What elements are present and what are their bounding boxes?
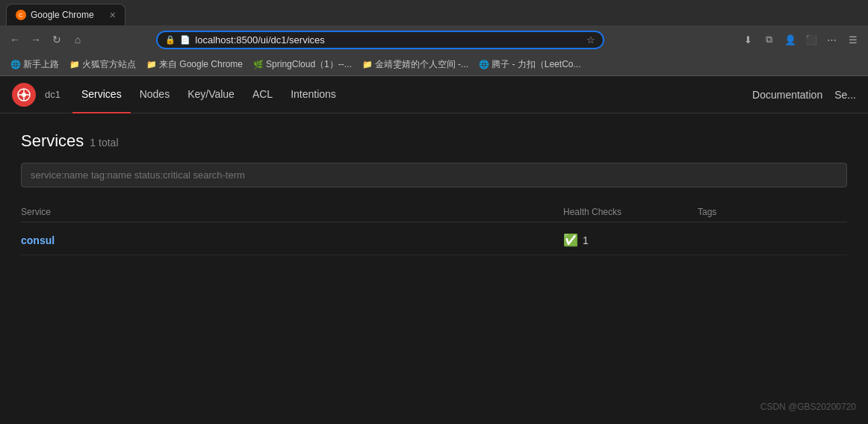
consul-logo-icon	[17, 88, 31, 102]
table-header: Service Health Checks Tags	[21, 202, 847, 222]
search-input[interactable]	[21, 163, 847, 187]
bookmark-icon: 🌐	[479, 60, 489, 69]
nav-buttons: ← → ↻ ⌂	[6, 31, 87, 49]
svg-point-1	[22, 93, 26, 97]
cast-button[interactable]: ⬛	[802, 31, 820, 49]
tab-close-button[interactable]: ×	[110, 9, 116, 21]
forward-button[interactable]: →	[27, 31, 45, 49]
nav-link-acl[interactable]: ACL	[244, 76, 282, 113]
table-row[interactable]: consul ✅ 1	[21, 225, 847, 255]
header-service: Service	[21, 207, 563, 217]
nav-link-intentions[interactable]: Intentions	[282, 76, 345, 113]
bookmark-label: SpringCloud（1）--...	[266, 58, 352, 71]
nav-link-nodes[interactable]: Nodes	[131, 76, 179, 113]
back-button[interactable]: ←	[6, 31, 24, 49]
health-count: 1	[583, 234, 589, 246]
extensions-button[interactable]: ⧉	[760, 31, 778, 49]
address-star-icon[interactable]: ☆	[586, 34, 595, 46]
page-title: Services	[21, 131, 84, 151]
page-title-row: Services 1 total	[21, 131, 847, 151]
browser-toolbar: ← → ↻ ⌂ 🔒 📄 ☆ ⬇ ⧉ 👤 ⬛ ⋯ ☰	[0, 25, 868, 54]
bookmark-icon: 📁	[146, 60, 157, 69]
navbar-right: Documentation Se...	[752, 89, 856, 101]
nav-links: Services Nodes Key/Value ACL Intentions	[72, 76, 345, 113]
bookmark-item[interactable]: 🌐 腾子 - 力扣（LeetCo...	[474, 57, 585, 72]
home-button[interactable]: ⌂	[69, 31, 87, 49]
bookmark-icon: 🌐	[10, 60, 21, 69]
tab-bar: C Google Chrome ×	[0, 0, 868, 25]
address-bar-container[interactable]: 🔒 📄 ☆	[156, 31, 604, 49]
bookmark-item[interactable]: 🌐 新手上路	[6, 57, 63, 72]
browser-chrome: C Google Chrome × ← → ↻ ⌂ 🔒 📄 ☆ ⬇ ⧉ 👤 ⬛ …	[0, 0, 868, 76]
bookmark-item[interactable]: 📁 金靖雯婧的个人空间 -...	[358, 57, 473, 72]
bookmark-icon: 📁	[362, 60, 373, 69]
service-name: consul	[21, 234, 563, 246]
health-check-icon: ✅	[563, 233, 578, 247]
page-count: 1 total	[90, 137, 118, 149]
bookmark-label: 火狐官方站点	[82, 58, 136, 71]
app-logo	[12, 83, 36, 107]
bookmark-item[interactable]: 📁 火狐官方站点	[65, 57, 140, 72]
nav-link-keyvalue[interactable]: Key/Value	[179, 76, 244, 113]
health-checks-cell: ✅ 1	[563, 233, 698, 247]
profile-button[interactable]: 👤	[781, 31, 799, 49]
reload-button[interactable]: ↻	[48, 31, 66, 49]
nav-link-services[interactable]: Services	[72, 76, 131, 113]
documentation-link[interactable]: Documentation	[752, 89, 822, 101]
services-table: Service Health Checks Tags consul ✅ 1	[21, 202, 847, 255]
header-tags: Tags	[698, 207, 847, 217]
bookmark-label: 金靖雯婧的个人空间 -...	[375, 58, 468, 71]
address-input[interactable]	[195, 34, 582, 46]
bookmark-item[interactable]: 🌿 SpringCloud（1）--...	[249, 57, 356, 72]
bookmark-item[interactable]: 📁 来自 Google Chrome	[142, 57, 247, 72]
bookmark-label: 新手上路	[23, 58, 59, 71]
bookmark-label: 来自 Google Chrome	[159, 58, 243, 71]
bookmarks-bar: 🌐 新手上路 📁 火狐官方站点 📁 来自 Google Chrome 🌿 Spr…	[0, 54, 868, 76]
settings-link[interactable]: Se...	[834, 89, 856, 101]
watermark: CSDN @GBS20200720	[760, 402, 856, 412]
bookmark-icon: 📁	[69, 60, 80, 69]
download-button[interactable]: ⬇	[740, 31, 757, 49]
tab-favicon: C	[16, 10, 26, 20]
address-page-icon: 📄	[180, 35, 190, 45]
app-navbar: dc1 Services Nodes Key/Value ACL Intenti…	[0, 76, 868, 113]
address-security-icon: 🔒	[165, 35, 176, 45]
sidebar-button[interactable]: ☰	[844, 31, 862, 49]
tab-title: Google Chrome	[31, 10, 105, 20]
bookmark-label: 腾子 - 力扣（LeetCo...	[492, 58, 580, 71]
browser-actions: ⬇ ⧉ 👤 ⬛ ⋯ ☰	[740, 31, 862, 49]
browser-tab[interactable]: C Google Chrome ×	[6, 4, 125, 25]
bookmark-icon: 🌿	[253, 60, 264, 69]
main-content: Services 1 total Service Health Checks T…	[0, 113, 868, 412]
more-button[interactable]: ⋯	[823, 31, 841, 49]
header-health-checks: Health Checks	[563, 207, 698, 217]
dc-label[interactable]: dc1	[45, 89, 61, 100]
